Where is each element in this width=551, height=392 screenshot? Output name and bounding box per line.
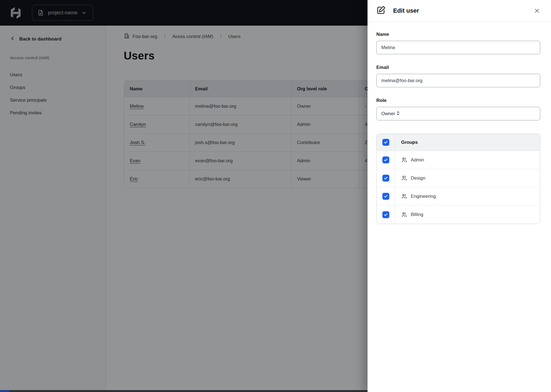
groups-select-all-checkbox[interactable] bbox=[382, 139, 389, 146]
groups-panel: Groups bbox=[376, 134, 540, 224]
groups-panel-header-row: Groups bbox=[377, 134, 540, 151]
caret-sort-icon bbox=[395, 110, 401, 117]
edit-pencil-icon bbox=[376, 5, 386, 17]
group-checkbox-design[interactable] bbox=[382, 175, 389, 182]
app-window: project-name Back to dashboard Access co… bbox=[0, 0, 551, 392]
users-group-icon bbox=[401, 212, 407, 218]
group-label: Design bbox=[411, 175, 425, 181]
users-group-icon bbox=[401, 193, 407, 199]
modal-overlay[interactable] bbox=[0, 0, 368, 392]
group-checkbox-admin[interactable] bbox=[382, 156, 389, 163]
group-checkbox-engineering[interactable] bbox=[382, 193, 389, 200]
group-label: Engineering bbox=[411, 194, 436, 199]
email-field[interactable] bbox=[376, 74, 540, 87]
group-row-billing: Billing bbox=[377, 206, 540, 224]
group-label: Billing bbox=[411, 212, 423, 217]
drawer-title: Edit user bbox=[393, 7, 419, 14]
close-icon[interactable] bbox=[533, 7, 541, 15]
role-field-label: Role bbox=[376, 98, 540, 103]
edit-user-drawer: Edit user Name Email Role Owner bbox=[368, 0, 551, 392]
role-select[interactable]: Owner bbox=[376, 107, 540, 120]
name-field-label: Name bbox=[376, 32, 540, 37]
name-field[interactable] bbox=[376, 41, 540, 54]
group-row-design: Design bbox=[377, 169, 540, 187]
group-row-engineering: Engineering bbox=[377, 187, 540, 206]
drawer-body: Name Email Role Owner bbox=[368, 22, 551, 224]
drawer-header: Edit user bbox=[368, 0, 551, 22]
users-group-icon bbox=[401, 157, 407, 163]
email-field-label: Email bbox=[376, 65, 540, 70]
group-row-admin: Admin bbox=[377, 151, 540, 169]
groups-panel-header-label: Groups bbox=[401, 140, 418, 145]
group-label: Admin bbox=[411, 157, 424, 163]
users-group-icon bbox=[401, 175, 407, 181]
role-selected-value: Owner bbox=[381, 111, 395, 117]
group-checkbox-billing[interactable] bbox=[382, 211, 389, 218]
